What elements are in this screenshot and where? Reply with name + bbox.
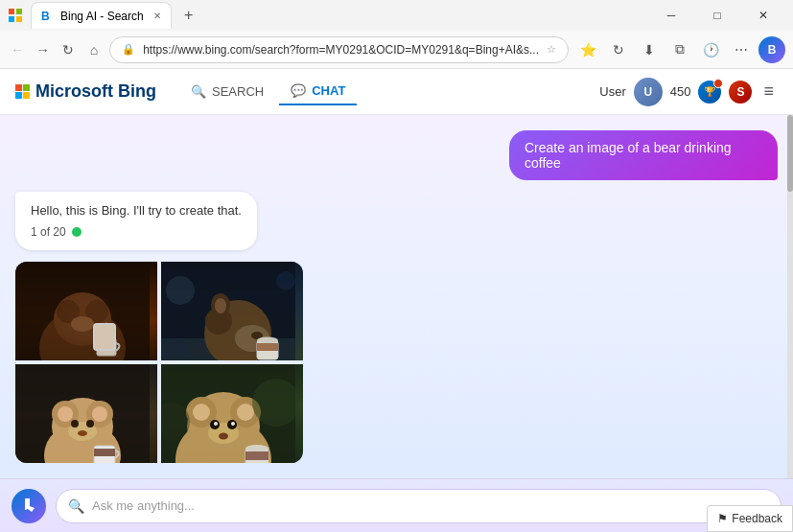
lock-icon: 🔒 bbox=[122, 43, 135, 56]
chat-content: Create an image of a bear drinking coffe… bbox=[0, 115, 793, 478]
split-icon[interactable]: ⧉ bbox=[666, 36, 693, 63]
counter-text: 1 of 20 bbox=[31, 225, 66, 239]
header-nav: 🔍 SEARCH 💬 CHAT bbox=[179, 78, 357, 105]
svg-rect-3 bbox=[16, 16, 22, 22]
svg-point-54 bbox=[219, 433, 228, 440]
svg-point-47 bbox=[193, 404, 210, 421]
chat-nav-label: CHAT bbox=[312, 83, 345, 98]
chat-input-placeholder: Ask me anything... bbox=[92, 498, 769, 513]
refresh-button[interactable]: ↻ bbox=[58, 36, 79, 63]
url-text: https://www.bing.com/search?form=MY0291&… bbox=[143, 43, 539, 57]
downloads-icon[interactable]: ⬇ bbox=[636, 36, 663, 63]
svg-point-56 bbox=[245, 445, 268, 452]
chat-input-bar: 🔍 Ask me anything... bbox=[0, 478, 793, 532]
window-controls-left bbox=[8, 8, 23, 23]
green-status-dot bbox=[72, 227, 82, 237]
generated-image-3[interactable] bbox=[15, 364, 157, 463]
minimize-button[interactable]: ─ bbox=[649, 0, 693, 31]
svg-rect-22 bbox=[257, 343, 278, 351]
generated-image-4[interactable] bbox=[161, 364, 303, 463]
tab-close-button[interactable]: ✕ bbox=[153, 11, 161, 21]
svg-point-37 bbox=[86, 420, 94, 428]
bing-logo: Microsoft Bing bbox=[15, 81, 156, 102]
svg-rect-0 bbox=[9, 9, 14, 14]
forward-button[interactable]: → bbox=[34, 36, 54, 63]
svg-point-26 bbox=[276, 271, 295, 290]
tab-favicon: B bbox=[41, 10, 55, 23]
svg-point-36 bbox=[71, 420, 79, 428]
bot-message-bubble: Hello, this is Bing. I'll try to create … bbox=[15, 192, 257, 250]
svg-point-53 bbox=[231, 422, 235, 426]
tab-title: Bing AI - Search bbox=[60, 10, 144, 23]
scrollbar-track[interactable] bbox=[787, 115, 793, 478]
search-nav-icon: 🔍 bbox=[191, 84, 206, 99]
generated-image-2[interactable] bbox=[161, 262, 303, 360]
svg-point-24 bbox=[215, 298, 226, 313]
svg-point-34 bbox=[92, 406, 107, 422]
svg-rect-40 bbox=[94, 449, 115, 456]
window-controls-right: ─ □ ✕ bbox=[649, 0, 785, 31]
tab-bar: B Bing AI - Search ✕ + bbox=[31, 0, 641, 31]
chat-input-container[interactable]: 🔍 Ask me anything... bbox=[56, 489, 781, 523]
maximize-button[interactable]: □ bbox=[695, 0, 739, 31]
chat-nav-icon: 💬 bbox=[291, 83, 306, 98]
sync-icon[interactable]: ↻ bbox=[605, 36, 632, 63]
user-message-bubble: Create an image of a bear drinking coffe… bbox=[509, 130, 778, 180]
back-button[interactable]: ← bbox=[8, 36, 28, 63]
feedback-button[interactable]: ⚑ Feedback bbox=[707, 505, 793, 532]
address-bar-input[interactable]: 🔒 https://www.bing.com/search?form=MY029… bbox=[109, 36, 569, 63]
history-icon[interactable]: 🕐 bbox=[697, 36, 724, 63]
microsoft-logo bbox=[15, 84, 30, 99]
new-tab-button[interactable]: + bbox=[175, 2, 202, 29]
svg-rect-2 bbox=[9, 16, 14, 22]
feedback-flag-icon: ⚑ bbox=[717, 512, 728, 525]
input-search-icon: 🔍 bbox=[68, 498, 84, 514]
addressbar-icons: ⭐ ↻ ⬇ ⧉ 🕐 ⋯ B bbox=[574, 36, 785, 63]
svg-point-9 bbox=[71, 316, 94, 332]
svg-point-25 bbox=[166, 276, 195, 305]
bot-counter: 1 of 20 bbox=[31, 225, 242, 239]
svg-point-48 bbox=[237, 404, 254, 421]
menu-button[interactable]: ≡ bbox=[759, 78, 778, 105]
generated-image-grid[interactable] bbox=[15, 262, 303, 463]
address-star-icon: ☆ bbox=[547, 43, 556, 56]
home-button[interactable]: ⌂ bbox=[84, 36, 105, 63]
more-icon[interactable]: ⋯ bbox=[728, 36, 755, 63]
app-header: Microsoft Bing 🔍 SEARCH 💬 CHAT User U 45… bbox=[0, 69, 793, 115]
main-chat-area: Create an image of a bear drinking coffe… bbox=[0, 115, 793, 532]
svg-rect-1 bbox=[16, 9, 22, 14]
svg-point-52 bbox=[214, 422, 218, 426]
bot-greeting-text: Hello, this is Bing. I'll try to create … bbox=[31, 203, 242, 218]
generated-image-1[interactable] bbox=[15, 262, 157, 360]
titlebar: B Bing AI - Search ✕ + ─ □ ✕ bbox=[0, 0, 793, 31]
user-message-text: Create an image of a bear drinking coffe… bbox=[525, 140, 732, 171]
header-right: User U 450 🏆 S ≡ bbox=[599, 78, 778, 106]
user-label: User bbox=[599, 84, 625, 99]
search-nav-item[interactable]: 🔍 SEARCH bbox=[179, 78, 275, 105]
bing-copilot-icon[interactable]: B bbox=[758, 36, 785, 63]
svg-rect-57 bbox=[245, 451, 268, 460]
logo-text: Microsoft Bing bbox=[35, 81, 156, 102]
svg-point-38 bbox=[78, 430, 87, 436]
bing-button[interactable] bbox=[12, 489, 46, 523]
active-tab[interactable]: B Bing AI - Search ✕ bbox=[31, 2, 172, 29]
scrollbar-thumb[interactable] bbox=[787, 115, 793, 192]
close-button[interactable]: ✕ bbox=[741, 0, 785, 31]
svg-point-11 bbox=[97, 335, 116, 341]
chat-nav-item[interactable]: 💬 CHAT bbox=[279, 78, 357, 105]
rewards-icon[interactable]: 🏆 bbox=[698, 81, 721, 104]
notification-icon[interactable]: S bbox=[729, 81, 752, 104]
score-badge: 450 bbox=[670, 84, 691, 99]
score-value: 450 bbox=[670, 84, 691, 99]
feedback-label: Feedback bbox=[732, 512, 782, 525]
user-avatar[interactable]: U bbox=[634, 78, 663, 106]
svg-point-21 bbox=[257, 337, 278, 344]
svg-rect-10 bbox=[97, 338, 116, 356]
search-nav-label: SEARCH bbox=[212, 84, 264, 99]
addressbar: ← → ↻ ⌂ 🔒 https://www.bing.com/search?fo… bbox=[0, 31, 793, 69]
svg-point-33 bbox=[58, 406, 73, 422]
window-icon bbox=[8, 8, 23, 23]
collections-icon[interactable]: ⭐ bbox=[574, 36, 601, 63]
